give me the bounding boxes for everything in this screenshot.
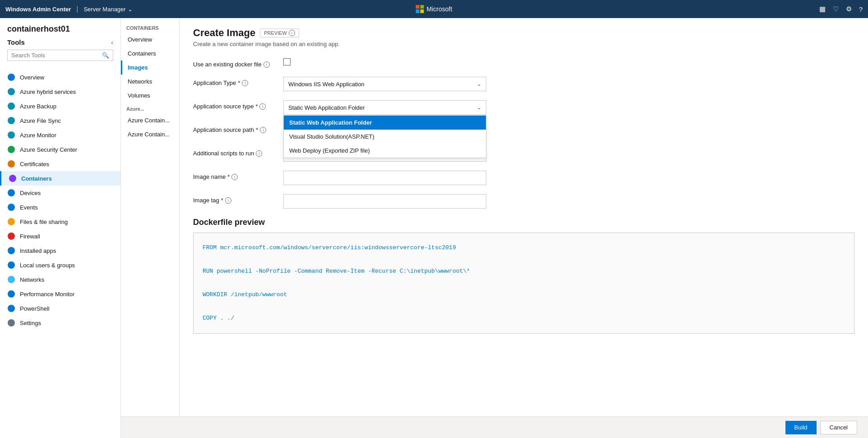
image-tag-label: Image tag * i	[193, 194, 283, 204]
networks-icon	[7, 275, 15, 284]
topbar-right: ▦ ♡ ⚙ ?	[819, 5, 863, 13]
app-type-label: Application Type * i	[193, 77, 283, 86]
topbar-center: Microsoft	[416, 5, 452, 13]
app-source-type-required: *	[255, 103, 258, 110]
sec-nav-images[interactable]: Images	[121, 61, 179, 75]
sec-nav-overview[interactable]: Overview	[121, 33, 179, 47]
app-source-type-menu: Static Web Application Folder Visual Stu…	[283, 115, 486, 158]
powershell-icon	[7, 304, 15, 312]
sidebar-item-azure-monitor[interactable]: Azure Monitor	[0, 128, 120, 142]
cancel-button[interactable]: Cancel	[820, 421, 857, 434]
help-icon[interactable]: ?	[859, 5, 863, 13]
sidebar-item-firewall[interactable]: Firewall	[0, 229, 120, 243]
server-manager-dropdown[interactable]: Server Manager ⌄	[83, 6, 132, 13]
dropdown-option-vs[interactable]: Visual Studio Solution(ASP.NET)	[284, 130, 486, 144]
sidebar-item-label: Local users & groups	[20, 262, 75, 269]
sidebar-item-label: Certificates	[20, 161, 49, 168]
sidebar-item-local-users[interactable]: Local users & groups	[0, 258, 120, 272]
sidebar-item-events[interactable]: Events	[0, 200, 120, 214]
preview-info-icon[interactable]: i	[289, 30, 295, 36]
dropdown-option-static[interactable]: Static Web Application Folder	[284, 116, 486, 130]
app-source-type-info-icon[interactable]: i	[259, 103, 266, 110]
sidebar-item-azure-hybrid[interactable]: Azure hybrid services	[0, 84, 120, 99]
sidebar-item-label: Azure Monitor	[20, 132, 56, 139]
notification-icon[interactable]: ♡	[833, 5, 839, 13]
app-source-path-info-icon[interactable]: i	[260, 127, 266, 133]
sidebar-item-containers[interactable]: Containers	[0, 171, 120, 186]
sidebar-header: containerhost01 Tools ‹ 🔍	[0, 18, 120, 68]
page-title-row: Create Image PREVIEW i	[193, 27, 854, 39]
logo-yellow	[420, 9, 424, 13]
files-icon	[7, 218, 15, 226]
sidebar-item-devices[interactable]: Devices	[0, 186, 120, 200]
dockerfile-line-1: FROM mcr.microsoft.com/windows/servercor…	[203, 242, 845, 254]
app-type-chevron: ⌄	[477, 81, 481, 87]
sec-nav-azure-container-2[interactable]: Azure Contain...	[121, 127, 179, 141]
app-source-type-row: Application source type * i Static Web A…	[193, 100, 854, 115]
sec-nav-networks[interactable]: Networks	[121, 75, 179, 89]
app-type-info-icon[interactable]: i	[242, 80, 248, 86]
preview-badge: PREVIEW i	[260, 28, 299, 37]
sidebar-item-settings[interactable]: Settings	[0, 316, 120, 330]
events-icon	[7, 203, 15, 211]
additional-scripts-label: Additional scripts to run i	[193, 147, 283, 157]
app-source-type-value: Static Web Application Folder	[288, 104, 365, 111]
image-tag-control	[283, 194, 486, 209]
sidebar-item-installed-apps[interactable]: Installed apps	[0, 243, 120, 258]
docker-file-info-icon[interactable]: i	[263, 61, 270, 68]
sec-nav-azure-container-1[interactable]: Azure Contain...	[121, 113, 179, 127]
sidebar-item-label: Firewall	[20, 233, 40, 240]
image-name-input[interactable]	[283, 171, 486, 185]
sidebar-item-powershell[interactable]: PowerShell	[0, 301, 120, 316]
app-source-type-dropdown-button[interactable]: Static Web Application Folder ⌄	[283, 100, 486, 115]
sec-nav-containers[interactable]: Containers	[121, 47, 179, 61]
sidebar-item-azure-backup[interactable]: Azure Backup	[0, 99, 120, 113]
logo-green	[420, 5, 424, 9]
microsoft-label: Microsoft	[427, 5, 452, 13]
sidebar-item-azure-file-sync[interactable]: Azure File Sync	[0, 113, 120, 128]
topbar: Windows Admin Center | Server Manager ⌄ …	[0, 0, 868, 18]
topbar-divider: |	[76, 5, 78, 13]
sidebar-item-overview[interactable]: Overview	[0, 70, 120, 84]
app-source-type-label: Application source type * i	[193, 100, 283, 110]
sidebar: containerhost01 Tools ‹ 🔍 Overview Azure…	[0, 18, 121, 438]
app-type-dropdown-button[interactable]: Windows IIS Web Application ⌄	[283, 77, 486, 91]
build-button[interactable]: Build	[785, 421, 817, 434]
image-name-info-icon[interactable]: i	[231, 174, 238, 180]
dockerfile-editor: FROM mcr.microsoft.com/windows/servercor…	[193, 233, 854, 334]
dockerfile-title: Dockerfile preview	[193, 218, 854, 227]
performance-icon	[7, 290, 15, 298]
search-tools-input[interactable]	[11, 52, 102, 59]
local-users-icon	[7, 261, 15, 269]
terminal-icon[interactable]: ▦	[819, 5, 826, 13]
server-manager-label: Server Manager	[83, 6, 125, 13]
certificates-icon	[7, 160, 15, 168]
microsoft-logo	[416, 5, 424, 13]
logo-blue	[416, 9, 420, 13]
sec-nav-volumes[interactable]: Volumes	[121, 89, 179, 103]
sidebar-item-label: Azure Backup	[20, 103, 56, 110]
sidebar-item-certificates[interactable]: Certificates	[0, 157, 120, 171]
azure-file-sync-icon	[7, 116, 15, 125]
image-tag-input[interactable]	[283, 194, 486, 209]
page-title: Create Image	[193, 27, 255, 39]
sidebar-item-label: Installed apps	[20, 247, 56, 254]
secondary-nav: Containers Overview Containers Images Ne…	[121, 18, 180, 438]
docker-file-checkbox[interactable]	[283, 58, 291, 65]
dockerfile-line-5: WORKDIR /inetpub/wwwroot	[203, 289, 845, 301]
devices-icon	[7, 189, 15, 197]
dockerfile-section: Dockerfile preview FROM mcr.microsoft.co…	[193, 218, 854, 334]
image-tag-info-icon[interactable]: i	[225, 197, 231, 204]
sidebar-item-files[interactable]: Files & file sharing	[0, 214, 120, 229]
settings-icon[interactable]: ⚙	[846, 5, 852, 13]
sidebar-item-label: Files & file sharing	[20, 219, 68, 225]
sidebar-item-performance[interactable]: Performance Monitor	[0, 287, 120, 301]
additional-scripts-info-icon[interactable]: i	[256, 150, 262, 157]
image-name-control	[283, 171, 486, 185]
sidebar-item-networks[interactable]: Networks	[0, 272, 120, 287]
dropdown-option-webdeploy[interactable]: Web Deploy (Exported ZIP file)	[284, 144, 486, 158]
collapse-sidebar-button[interactable]: ‹	[111, 39, 113, 46]
sidebar-item-azure-security[interactable]: Azure Security Center	[0, 142, 120, 157]
main-content: Create Image PREVIEW i Create a new cont…	[180, 18, 868, 438]
azure-hybrid-icon	[7, 88, 15, 96]
